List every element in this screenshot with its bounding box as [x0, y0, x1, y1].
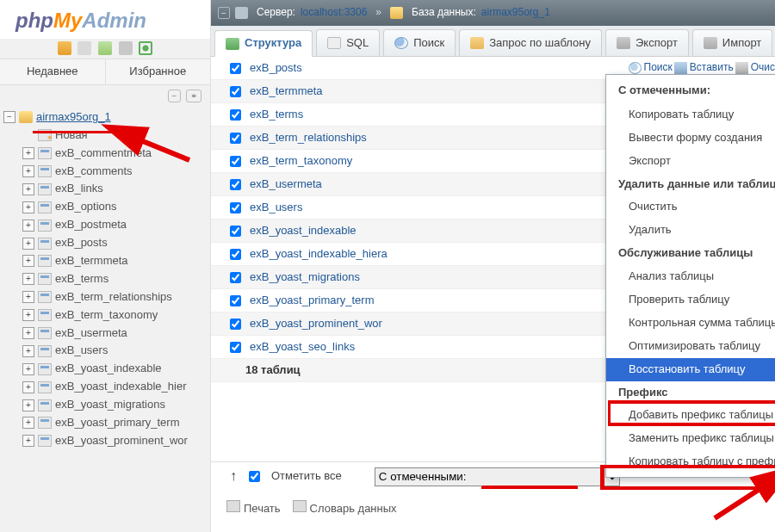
settings-icon[interactable] [119, 41, 133, 55]
menu-item[interactable]: Анализ таблицы [606, 265, 775, 288]
menu-item[interactable]: Удалить [606, 219, 775, 242]
tree-table-node[interactable]: exB_options [3, 198, 210, 216]
check-all-label[interactable]: Отметить все [271, 469, 342, 484]
row-checkbox[interactable] [230, 342, 241, 353]
tree-table-node[interactable]: exB_yoast_indexable_hier [3, 378, 210, 396]
row-checkbox[interactable] [230, 319, 241, 330]
tree-table-node[interactable]: exB_yoast_migrations [3, 396, 210, 414]
db-link[interactable]: airmax95org_1 [481, 6, 550, 20]
table-name-link[interactable]: exB_terms [250, 108, 303, 122]
tree-toggle-icon[interactable] [22, 183, 34, 195]
row-checkbox[interactable] [230, 179, 241, 190]
data-dictionary-link[interactable]: Словарь данных [293, 500, 397, 517]
tree-toggle-icon[interactable] [22, 291, 34, 303]
tab-structure[interactable]: Структура [214, 30, 313, 57]
tree-toggle-icon[interactable] [3, 111, 16, 123]
table-name-link[interactable]: exB_usermeta [250, 177, 322, 192]
db-name[interactable]: airmax95org_1 [36, 110, 111, 125]
tree-toggle-icon[interactable] [22, 363, 34, 375]
row-checkbox[interactable] [230, 295, 241, 306]
link-icon[interactable]: ⚭ [186, 90, 202, 102]
menu-item[interactable]: Восстановить таблицу [606, 358, 775, 381]
menu-item[interactable]: Контрольная сумма таблицы [606, 312, 775, 335]
tree-table-node[interactable]: exB_users [3, 342, 210, 360]
tree-toggle-icon[interactable] [22, 435, 34, 447]
table-name-link[interactable]: exB_term_relationships [250, 131, 367, 145]
tree-toggle-icon[interactable] [22, 165, 34, 177]
tree-table-node[interactable]: exB_term_taxonomy [3, 306, 210, 325]
tree-table-node[interactable]: exB_yoast_primary_term [3, 414, 210, 432]
menu-item[interactable]: Очистить [606, 195, 775, 219]
table-name-link[interactable]: exB_posts [250, 61, 302, 76]
row-checkbox[interactable] [230, 86, 241, 97]
row-checkbox[interactable] [230, 202, 241, 213]
tree-table-node[interactable]: exB_terms [3, 270, 210, 288]
tree-toggle-icon[interactable] [22, 201, 34, 213]
tree-table-node[interactable]: exB_postmeta [3, 216, 210, 234]
tree-toggle-icon[interactable] [22, 255, 34, 267]
tree-toggle-icon[interactable] [22, 399, 34, 411]
table-name-link[interactable]: exB_yoast_migrations [250, 270, 360, 285]
table-name-link[interactable]: exB_termmeta [250, 84, 323, 99]
tab-export[interactable]: Экспорт [605, 29, 689, 56]
menu-item[interactable]: Добавить префикс таблицы [606, 404, 775, 427]
table-name-link[interactable]: exB_yoast_primary_term [250, 294, 375, 308]
tree-db-node[interactable]: airmax95org_1 [3, 108, 210, 127]
tab-search[interactable]: Поиск [383, 29, 456, 56]
tree-toggle-icon[interactable] [22, 327, 34, 339]
action-search[interactable]: Поиск [629, 61, 673, 75]
menu-item[interactable]: Вывести форму создания [606, 127, 775, 150]
tab-sql[interactable]: SQL [316, 29, 380, 56]
tree-toggle-icon[interactable] [22, 381, 34, 393]
row-checkbox[interactable] [230, 63, 241, 74]
row-checkbox[interactable] [230, 133, 241, 144]
tree-toggle-icon[interactable] [22, 147, 34, 159]
row-checkbox[interactable] [230, 249, 241, 260]
menu-item[interactable]: Копировать таблицу с префиксом [606, 450, 775, 473]
reload-icon[interactable] [139, 41, 152, 55]
tree-table-node[interactable]: exB_term_relationships [3, 288, 210, 306]
tab-favorite[interactable]: Избранное [106, 59, 211, 84]
row-checkbox[interactable] [230, 156, 241, 167]
tree-toggle-icon[interactable] [22, 345, 34, 357]
panel-toggle-icon[interactable]: − [218, 7, 230, 19]
menu-item[interactable]: Экспорт [606, 150, 775, 173]
tree-toggle-icon[interactable] [22, 220, 34, 232]
tree-table-node[interactable]: exB_posts [3, 234, 210, 252]
tree-toggle-icon[interactable] [22, 238, 34, 250]
logout-icon[interactable] [78, 41, 91, 55]
tree-toggle-icon[interactable] [22, 273, 34, 285]
row-checkbox[interactable] [230, 109, 241, 121]
row-checkbox[interactable] [230, 272, 241, 283]
table-name-link[interactable]: exB_users [250, 201, 302, 215]
print-link[interactable]: Печать [226, 500, 281, 517]
check-all-checkbox[interactable] [249, 471, 260, 482]
action-empty[interactable]: Очис [735, 61, 775, 75]
table-name-link[interactable]: exB_term_taxonomy [250, 154, 352, 169]
action-insert[interactable]: Вставить [674, 61, 734, 75]
menu-item[interactable]: Оптимизировать таблицу [606, 335, 775, 358]
tree-table-node[interactable]: exB_termmeta [3, 252, 210, 270]
table-name-link[interactable]: exB_yoast_seo_links [250, 340, 355, 355]
menu-item[interactable]: Копировать таблицу [606, 103, 775, 127]
server-link[interactable]: localhost:3306 [301, 6, 367, 20]
home-icon[interactable] [58, 41, 71, 55]
docs-icon[interactable] [98, 41, 112, 55]
tree-table-node[interactable]: exB_yoast_prominent_wor [3, 432, 210, 450]
tree-toggle-icon[interactable] [22, 417, 34, 429]
tree-toggle-icon[interactable] [22, 309, 34, 321]
tree-table-node[interactable]: exB_usermeta [3, 325, 210, 343]
table-name-link[interactable]: exB_yoast_indexable_hiera [250, 247, 388, 262]
tab-recent[interactable]: Недавнее [0, 59, 106, 84]
table-name-link[interactable]: exB_yoast_prominent_wor [250, 317, 382, 331]
tab-query[interactable]: Запрос по шаблону [459, 29, 602, 56]
tree-table-node[interactable]: exB_links [3, 180, 210, 198]
menu-item[interactable]: Заменить префикс таблицы [606, 427, 775, 450]
table-name-link[interactable]: exB_yoast_indexable [250, 224, 356, 238]
collapse-all-icon[interactable]: − [168, 90, 182, 102]
tree-table-node[interactable]: exB_yoast_indexable [3, 360, 210, 378]
tab-import[interactable]: Импорт [692, 29, 772, 56]
with-selected-dropdown[interactable]: С отмеченными: [375, 467, 620, 486]
menu-item[interactable]: Проверить таблицу [606, 288, 775, 312]
row-checkbox[interactable] [230, 226, 241, 237]
